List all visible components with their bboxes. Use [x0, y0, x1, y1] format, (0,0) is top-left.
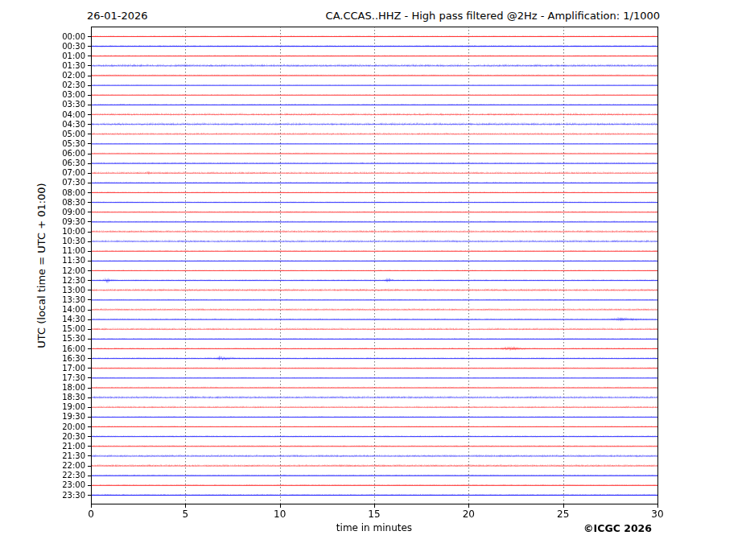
y-tick-label: 07:30 [47, 178, 85, 187]
x-axis-label: time in minutes [91, 522, 657, 533]
y-tick-label: 10:00 [47, 227, 85, 236]
x-tick-label: 15 [362, 509, 386, 520]
y-tick-label: 07:00 [47, 168, 85, 177]
x-tick-label: 30 [645, 509, 670, 520]
y-tick-label: 00:30 [47, 42, 85, 51]
y-tick-label: 08:30 [47, 198, 85, 207]
y-tick-label: 23:00 [47, 480, 85, 489]
y-tick-label: 21:00 [47, 442, 85, 451]
y-tick-label: 09:00 [47, 208, 85, 216]
y-tick-label: 06:30 [47, 159, 85, 167]
y-tick-label: 05:30 [47, 139, 85, 148]
y-tick-label: 19:00 [47, 402, 85, 411]
copyright-credit: ©ICGC 2026 [583, 522, 652, 534]
y-tick-label: 15:00 [47, 324, 85, 333]
y-tick-label: 11:00 [47, 246, 85, 255]
y-tick-label: 08:00 [47, 188, 85, 197]
y-tick-label: 04:30 [47, 120, 85, 129]
y-tick-label: 22:00 [47, 461, 85, 470]
y-tick-label: 06:00 [47, 149, 85, 158]
y-tick-label: 01:00 [47, 51, 85, 60]
y-tick-label: 05:00 [47, 130, 85, 138]
y-tick-label: 02:30 [47, 80, 85, 89]
y-tick-label: 12:30 [47, 276, 85, 285]
y-tick-label: 03:30 [47, 100, 85, 109]
y-tick-label: 14:00 [47, 305, 85, 314]
y-tick-label: 16:00 [47, 344, 85, 353]
y-tick-label: 23:30 [47, 491, 85, 500]
y-tick-label: 15:30 [47, 334, 85, 343]
y-tick-label: 20:30 [47, 432, 85, 441]
y-tick-label: 17:30 [47, 373, 85, 382]
x-tick-label: 0 [79, 509, 103, 520]
x-tick-label: 10 [268, 509, 292, 520]
y-tick-label: 21:30 [47, 451, 85, 460]
y-tick-label: 14:30 [47, 315, 85, 323]
y-tick-label: 20:00 [47, 422, 85, 431]
y-tick-label: 01:30 [47, 61, 85, 70]
y-tick-label: 03:00 [47, 90, 85, 99]
y-tick-label: 04:00 [47, 110, 85, 119]
y-tick-label: 12:00 [47, 266, 85, 275]
x-tick-label: 25 [551, 509, 575, 520]
y-tick-label: 19:30 [47, 412, 85, 421]
y-tick-label: 00:00 [47, 32, 85, 41]
y-tick-label: 18:00 [47, 383, 85, 392]
y-tick-label: 22:30 [47, 471, 85, 480]
y-tick-label: 10:30 [47, 237, 85, 245]
y-tick-label: 02:00 [47, 71, 85, 80]
x-tick-label: 5 [173, 509, 197, 520]
y-tick-label: 18:30 [47, 393, 85, 401]
y-tick-label: 09:30 [47, 217, 85, 226]
y-tick-label: 13:00 [47, 286, 85, 294]
y-tick-label: 11:30 [47, 256, 85, 265]
x-tick-label: 20 [456, 509, 480, 520]
y-tick-label: 16:30 [47, 354, 85, 363]
helicorder-page: 26-01-2026 CA.CCAS..HHZ - High pass filt… [0, 0, 746, 560]
helicorder-canvas [0, 0, 746, 560]
y-tick-label: 13:30 [47, 295, 85, 304]
y-tick-label: 17:00 [47, 364, 85, 373]
